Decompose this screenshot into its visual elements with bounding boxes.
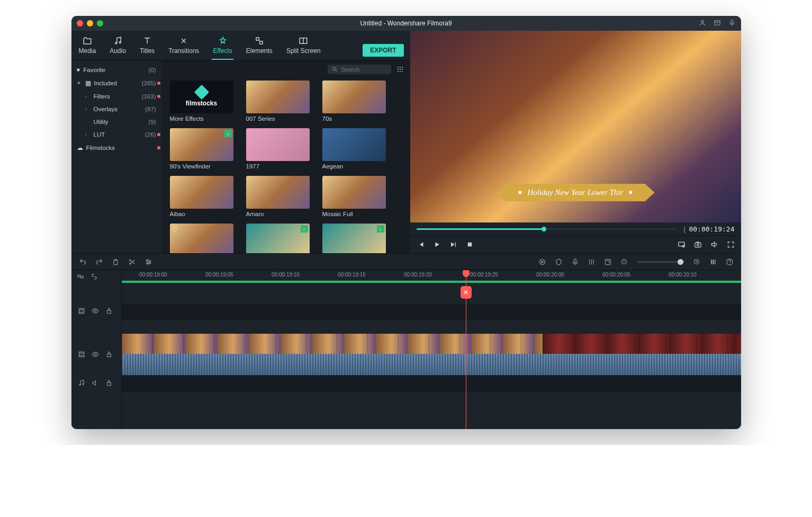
marker-button[interactable] bbox=[555, 258, 563, 266]
visibility-icon[interactable] bbox=[92, 307, 99, 316]
link-clips-icon[interactable] bbox=[77, 273, 84, 280]
effect-item[interactable]: Aibao bbox=[170, 176, 233, 217]
audio-track[interactable] bbox=[122, 376, 741, 391]
effect-item[interactable]: ♡ bbox=[170, 224, 233, 253]
effect-item[interactable]: Aegean bbox=[322, 128, 386, 170]
undo-button[interactable] bbox=[79, 258, 87, 266]
music-icon[interactable] bbox=[78, 379, 85, 388]
lock-icon[interactable] bbox=[105, 379, 113, 388]
sidebar-item-overlays[interactable]: ›Overlays(87) bbox=[71, 103, 161, 115]
track-header-video bbox=[71, 334, 121, 376]
ruler-tick: 00:00:19:05 bbox=[205, 272, 233, 278]
tab-media[interactable]: Media bbox=[78, 34, 97, 60]
effect-item[interactable]: 70s bbox=[322, 81, 386, 122]
tab-splitscreen[interactable]: Split Screen bbox=[285, 34, 322, 60]
effect-item[interactable]: Mosaic Full bbox=[322, 176, 386, 217]
adjust-button[interactable] bbox=[145, 258, 152, 266]
effect-item[interactable]: ↓90's Viewfinder bbox=[170, 128, 233, 170]
lower-third-overlay: Holiday New Year Lower Thir bbox=[496, 184, 654, 201]
search-input-wrap bbox=[328, 65, 391, 74]
svg-point-26 bbox=[149, 261, 150, 263]
lock-icon[interactable] bbox=[105, 307, 113, 316]
preview-viewport[interactable]: Holiday New Year Lower Thir bbox=[410, 31, 741, 222]
minimize-window-button[interactable] bbox=[87, 20, 93, 26]
tab-effects[interactable]: Effects bbox=[212, 34, 233, 60]
maximize-window-button[interactable] bbox=[97, 20, 103, 26]
filmstrip-icon[interactable] bbox=[78, 307, 85, 316]
window-title: Untitled - Wondershare Filmora9 bbox=[360, 20, 452, 27]
overlay-track[interactable] bbox=[122, 304, 741, 319]
sidebar-item-included[interactable]: ▼▦Included(285) bbox=[71, 76, 161, 90]
mute-icon[interactable] bbox=[92, 379, 99, 388]
video-track[interactable] bbox=[122, 334, 741, 376]
effect-item[interactable]: 1977 bbox=[246, 128, 310, 170]
playhead[interactable]: ✕ bbox=[466, 270, 466, 429]
grid-view-icon[interactable] bbox=[396, 66, 404, 73]
video-clip-2[interactable] bbox=[543, 334, 741, 354]
tab-audio[interactable]: Audio bbox=[109, 34, 127, 60]
tab-titles[interactable]: Titles bbox=[139, 34, 156, 60]
svg-point-23 bbox=[129, 260, 131, 261]
effect-item[interactable]: ↓ bbox=[322, 224, 386, 253]
audio-waveform[interactable] bbox=[122, 354, 741, 375]
playhead-marker-icon[interactable]: ✕ bbox=[461, 286, 472, 299]
record-voiceover-button[interactable] bbox=[571, 258, 579, 266]
manage-tracks-button[interactable] bbox=[709, 258, 717, 266]
zoom-in-button[interactable] bbox=[693, 258, 701, 266]
volume-icon[interactable] bbox=[710, 240, 718, 248]
play-button[interactable] bbox=[433, 240, 441, 248]
prev-frame-button[interactable] bbox=[417, 240, 425, 248]
tab-transitions[interactable]: Transitions bbox=[167, 34, 200, 60]
svg-rect-42 bbox=[79, 352, 84, 356]
effect-item[interactable]: Amaro bbox=[246, 176, 310, 217]
effect-label: 90's Viewfinder bbox=[170, 163, 233, 170]
render-button[interactable] bbox=[538, 258, 546, 266]
preview-scrubber[interactable] bbox=[417, 228, 678, 230]
account-icon[interactable] bbox=[699, 19, 706, 28]
timeline-ruler[interactable]: 00:00:19:0000:00:19:0500:00:19:1000:00:1… bbox=[122, 270, 741, 281]
svg-rect-18 bbox=[467, 243, 472, 247]
visibility-icon[interactable] bbox=[92, 351, 99, 360]
effect-item[interactable]: filmstocksMore Effects bbox=[170, 81, 233, 122]
ruler-tick: 00:00:20:00 bbox=[536, 272, 564, 278]
split-button[interactable] bbox=[128, 258, 136, 266]
ruler-tick: 00:00:20:05 bbox=[602, 272, 630, 278]
sidebar-item-lut[interactable]: ›LUT(26) bbox=[71, 128, 161, 141]
snapshot-icon[interactable] bbox=[694, 240, 702, 248]
svg-point-16 bbox=[399, 71, 400, 72]
effect-label: More Effects bbox=[170, 115, 233, 122]
fullscreen-icon[interactable] bbox=[727, 240, 735, 248]
delete-button[interactable] bbox=[112, 258, 120, 266]
chain-icon[interactable] bbox=[91, 273, 98, 280]
stop-button[interactable] bbox=[466, 240, 474, 248]
sidebar-item-filmstocks[interactable]: ☁Filmstocks bbox=[71, 141, 161, 155]
svg-rect-30 bbox=[605, 259, 610, 264]
lock-icon[interactable] bbox=[105, 351, 113, 360]
help-button[interactable] bbox=[726, 258, 734, 266]
crop-button[interactable] bbox=[604, 258, 612, 266]
zoom-out-button[interactable] bbox=[620, 258, 628, 266]
zoom-slider[interactable] bbox=[637, 261, 684, 263]
tab-elements[interactable]: Elements bbox=[245, 34, 274, 60]
close-window-button[interactable] bbox=[77, 20, 83, 26]
mixer-button[interactable] bbox=[588, 258, 596, 266]
search-input[interactable] bbox=[341, 66, 384, 73]
video-clip-1[interactable] bbox=[122, 334, 543, 354]
effect-item[interactable]: 007 Series bbox=[246, 81, 310, 122]
redo-button[interactable] bbox=[95, 258, 103, 266]
sidebar-item-filters[interactable]: ›Filters(163) bbox=[71, 90, 161, 103]
sidebar-item-utility[interactable]: Utility(9) bbox=[71, 115, 161, 128]
main-tabs: Media Audio Titles Transitions Effects E… bbox=[71, 31, 410, 60]
display-settings-icon[interactable] bbox=[678, 240, 685, 248]
effect-item[interactable]: ↓ bbox=[246, 224, 310, 253]
effect-label: Aibao bbox=[170, 211, 233, 217]
track-header-overlay bbox=[71, 304, 121, 319]
marker-in-icon[interactable]: { bbox=[683, 225, 685, 233]
play-forward-button[interactable] bbox=[449, 240, 457, 248]
svg-rect-38 bbox=[80, 276, 83, 278]
filmstrip-icon[interactable] bbox=[78, 351, 85, 360]
export-button[interactable]: EXPORT bbox=[363, 44, 403, 57]
sidebar-item-favorite[interactable]: ♥Favorite(0) bbox=[71, 64, 161, 76]
mic-icon[interactable] bbox=[728, 19, 736, 28]
mail-icon[interactable] bbox=[714, 19, 721, 28]
